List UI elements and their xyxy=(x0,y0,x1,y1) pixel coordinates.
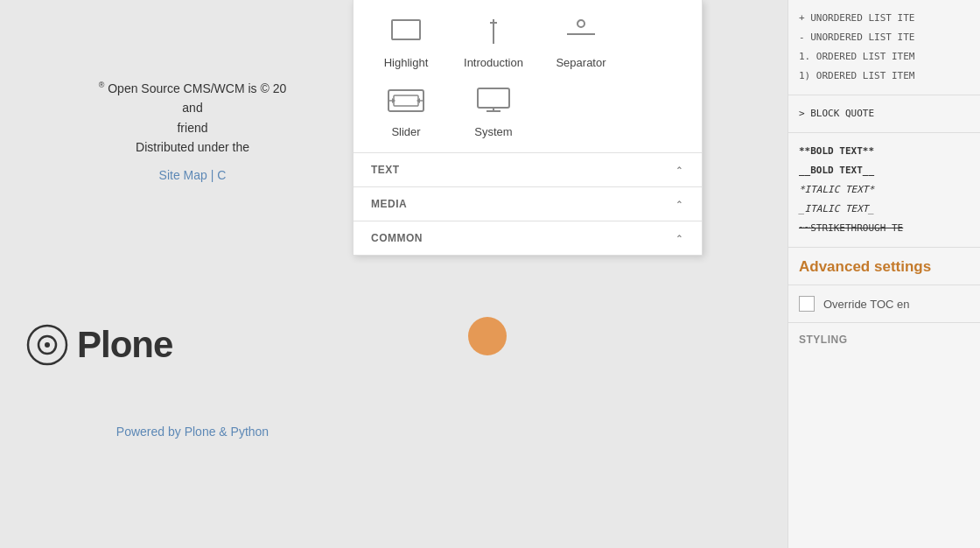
slider-item[interactable]: Slider xyxy=(371,83,441,138)
site-links[interactable]: Site Map | C xyxy=(26,168,359,182)
right-panel: + UNORDERED LIST ITE - UNORDERED LIST IT… xyxy=(788,0,980,548)
common-section-header[interactable]: COMMON ⌃ xyxy=(354,221,702,255)
system-label: System xyxy=(474,125,512,138)
italic-asterisk: *ITALIC TEXT* xyxy=(799,180,970,200)
bold-underline: __BOLD TEXT__ xyxy=(799,161,970,180)
svg-point-7 xyxy=(578,20,584,27)
bold-asterisk: **BOLD TEXT** xyxy=(799,142,970,161)
media-section-header[interactable]: MEDIA ⌃ xyxy=(354,187,702,221)
text-section-label: TEXT xyxy=(371,164,400,176)
unordered-list-minus: - UNORDERED LIST ITE xyxy=(799,28,970,47)
blockquote-format: > BLOCK QUOTE xyxy=(799,104,970,123)
italic-underline: _ITALIC TEXT_ xyxy=(799,200,970,219)
styling-section: STYLING xyxy=(788,323,980,356)
highlight-icon-box xyxy=(385,14,427,49)
slider-icon-box xyxy=(385,83,427,118)
text-section-header[interactable]: TEXT ⌃ xyxy=(354,153,702,186)
separator-label: Separator xyxy=(556,56,606,69)
common-section: COMMON ⌃ xyxy=(354,221,702,255)
svg-point-2 xyxy=(45,342,50,348)
introduction-label: Introduction xyxy=(464,56,523,69)
site-content: ® Open Source CMS/WCM is © 20 and friend… xyxy=(26,79,359,182)
advanced-settings-title: Advanced settings xyxy=(799,258,970,276)
slider-icon xyxy=(387,85,425,116)
unordered-list-plus: + UNORDERED LIST ITE xyxy=(799,9,970,28)
powered-by-link[interactable]: Powered by Plone & Python xyxy=(26,425,359,439)
system-icon-box xyxy=(472,83,514,118)
media-section: MEDIA ⌃ xyxy=(354,186,702,221)
highlight-icon xyxy=(388,17,424,46)
formatting-section: > BLOCK QUOTE xyxy=(788,95,980,133)
introduction-icon-box xyxy=(472,14,514,49)
separator-icon-box xyxy=(560,14,602,49)
intro-text: ® Open Source CMS/WCM is © 20 and friend… xyxy=(26,79,359,158)
toc-override-section: Override TOC en xyxy=(788,285,980,323)
introduction-item[interactable]: Introduction xyxy=(458,14,528,69)
text-chevron-icon: ⌃ xyxy=(674,165,684,175)
common-section-label: COMMON xyxy=(371,232,423,244)
toc-override-checkbox[interactable] xyxy=(799,296,815,312)
plone-label: Plone xyxy=(77,324,172,366)
plone-logo: Plone xyxy=(26,324,172,366)
highlight-label: Highlight xyxy=(384,56,429,69)
toc-override-label: Override TOC en xyxy=(823,298,910,311)
list-items-section: + UNORDERED LIST ITE - UNORDERED LIST IT… xyxy=(788,0,980,95)
ordered-list-dot: 1. ORDERED LIST ITEM xyxy=(799,47,970,67)
highlight-item[interactable]: Highlight xyxy=(371,14,441,69)
svg-rect-10 xyxy=(394,95,418,106)
plone-icon xyxy=(26,324,68,366)
dropdown-icons-row-1: Highlight Introduction Separator xyxy=(354,0,702,80)
text-styles-section: **BOLD TEXT** __BOLD TEXT__ *ITALIC TEXT… xyxy=(788,133,980,248)
dropdown-panel: Highlight Introduction Separator xyxy=(353,0,703,256)
separator-icon xyxy=(564,17,598,46)
right-panel-content: + UNORDERED LIST ITE - UNORDERED LIST IT… xyxy=(788,0,980,356)
introduction-icon xyxy=(478,16,509,47)
text-section: TEXT ⌃ xyxy=(354,152,702,186)
dropdown-icons-row-2: Slider System xyxy=(354,80,702,152)
system-item[interactable]: System xyxy=(458,83,528,138)
advanced-settings-section: Advanced settings xyxy=(788,248,980,285)
intro-line-1: ® Open Source CMS/WCM is © 20 xyxy=(99,81,287,95)
strikethrough-format: ~~STRIKETHROUGH TE xyxy=(799,219,970,238)
cursor-circle xyxy=(468,317,507,355)
styling-label: STYLING xyxy=(799,334,970,346)
media-section-label: MEDIA xyxy=(371,198,407,210)
media-chevron-icon: ⌃ xyxy=(674,199,684,209)
ordered-list-paren: 1) ORDERED LIST ITEM xyxy=(799,67,970,86)
slider-label: Slider xyxy=(391,125,420,138)
common-chevron-icon: ⌃ xyxy=(674,233,684,243)
separator-item[interactable]: Separator xyxy=(546,14,616,69)
svg-rect-3 xyxy=(392,20,420,39)
svg-rect-15 xyxy=(478,88,509,108)
registered-mark: ® xyxy=(99,81,105,89)
system-icon xyxy=(474,85,513,116)
